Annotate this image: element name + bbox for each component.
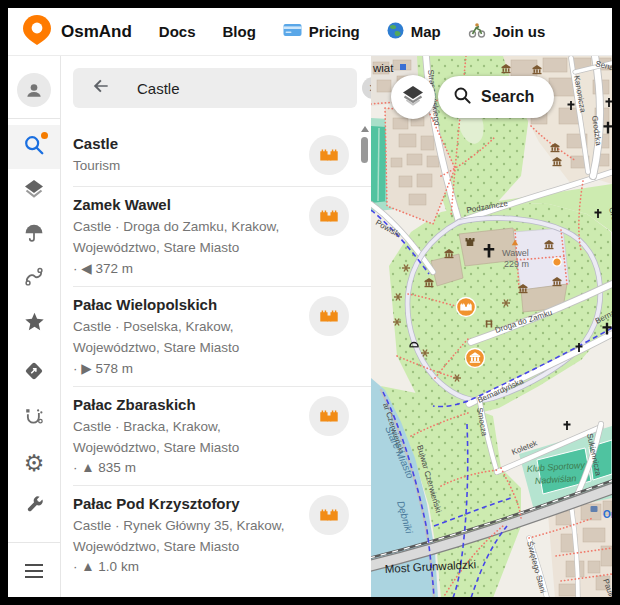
- brand-name: OsmAnd: [61, 22, 132, 42]
- menu-icon: [25, 564, 43, 578]
- cyclist-icon: [468, 22, 486, 41]
- museum-marker-icon: [466, 349, 485, 368]
- result-subtitle: Castle · Droga do Zamku, Krakow,: [73, 216, 301, 237]
- search-bar[interactable]: ×: [73, 68, 357, 108]
- nav-pricing[interactable]: Pricing: [283, 23, 360, 40]
- result-subtitle: Castle · Bracka, Krakow,: [73, 416, 301, 437]
- scroll-up-icon[interactable]: [361, 126, 369, 132]
- sidebar-item-weather[interactable]: [8, 213, 60, 257]
- map-search-button[interactable]: Search: [438, 76, 554, 118]
- sidebar-divider: [8, 118, 60, 119]
- credit-card-icon: [283, 23, 302, 40]
- tram-stop-icon: [591, 506, 598, 512]
- result-title: Pałac Pod Krzysztofory: [73, 495, 301, 512]
- castle-poi-icon: [309, 135, 349, 175]
- search-result-item[interactable]: Castle Tourism: [61, 126, 371, 186]
- star-icon: [23, 310, 46, 337]
- poi-dot-icon: [553, 258, 561, 266]
- sidebar-item-navigation[interactable]: [8, 351, 60, 395]
- blue-square-icon: [400, 64, 406, 70]
- app-window: OsmAnd Docs Blog Pricing Map Join us: [8, 8, 612, 597]
- search-icon: [453, 86, 472, 109]
- clear-search-button[interactable]: ×: [362, 77, 371, 99]
- search-result-item[interactable]: Pałac Pod Krzysztofory Castle · Rynek Gł…: [61, 486, 371, 584]
- back-arrow-icon[interactable]: [91, 76, 111, 100]
- result-title: Castle: [73, 135, 301, 152]
- search-input[interactable]: [135, 79, 338, 98]
- result-title: Zamek Wawel: [73, 196, 301, 213]
- result-subtitle: Castle · Poselska, Krakow,: [73, 316, 301, 337]
- map-search-label: Search: [481, 88, 534, 106]
- left-sidebar: ⚙: [8, 56, 61, 597]
- result-title: Pałac Zbaraskich: [73, 396, 301, 413]
- sidebar-item-utilities[interactable]: [8, 485, 60, 529]
- nav-map[interactable]: Map: [387, 22, 441, 42]
- top-navbar: OsmAnd Docs Blog Pricing Map Join us: [8, 8, 612, 56]
- sidebar-item-favorites[interactable]: [8, 301, 60, 345]
- castle-poi-icon: [309, 396, 349, 436]
- account-icon: [17, 73, 51, 107]
- map-label: Or: [603, 509, 612, 520]
- result-subtitle: Tourism: [73, 155, 301, 176]
- map-layers-button[interactable]: [391, 75, 435, 119]
- sidebar-item-plan-route[interactable]: [8, 397, 60, 441]
- umbrella-icon: [23, 222, 45, 248]
- map-label: Wawel: [502, 248, 529, 258]
- scrollbar-thumb[interactable]: [361, 137, 368, 163]
- castle-poi-icon: [309, 495, 349, 535]
- result-distance: · ▲ 1.0 km: [73, 559, 301, 574]
- layers-icon: [400, 82, 426, 112]
- map-label: wiat: [372, 62, 394, 74]
- route-icon: [23, 266, 45, 292]
- gear-icon: ⚙: [24, 452, 45, 475]
- search-panel: × Castle Tourism: [61, 56, 371, 597]
- result-title: Pałac Wielopolskich: [73, 296, 301, 313]
- search-result-item[interactable]: Pałac Zbaraskich Castle · Bracka, Krakow…: [61, 387, 371, 485]
- nav-docs[interactable]: Docs: [159, 23, 196, 40]
- sidebar-item-layers[interactable]: [8, 169, 60, 213]
- sidebar-item-search[interactable]: [8, 125, 60, 169]
- result-distance: · ▲ 835 m: [73, 460, 301, 475]
- globe-icon: [387, 22, 404, 42]
- sidebar-item-menu[interactable]: [8, 549, 60, 593]
- sidebar-item-tracks[interactable]: [8, 257, 60, 301]
- result-subtitle: Castle · Rynek Główny 35, Krakow,: [73, 515, 301, 536]
- nav-blog[interactable]: Blog: [223, 23, 256, 40]
- brand[interactable]: OsmAnd: [22, 14, 132, 50]
- panel-scrollbar[interactable]: [360, 126, 369, 163]
- map-view[interactable]: wiatStraszewskiegoSenaKanoniczaGrodzkaGr…: [371, 56, 612, 597]
- nav-join-us[interactable]: Join us: [468, 22, 546, 41]
- result-distance: · ▶ 578 m: [73, 360, 301, 376]
- plan-route-icon: [23, 406, 45, 432]
- result-distance: · ◀ 372 m: [73, 260, 301, 276]
- wrench-icon: [24, 495, 45, 520]
- sidebar-divider: [8, 542, 60, 543]
- search-result-item[interactable]: Zamek Wawel Castle · Droga do Zamku, Kra…: [61, 187, 371, 286]
- sidebar-item-account[interactable]: [8, 68, 60, 112]
- map-canvas[interactable]: wiatStraszewskiegoSenaKanoniczaGrodzkaGr…: [371, 56, 612, 597]
- layers-icon: [22, 177, 46, 205]
- castle-marker-icon: [457, 298, 476, 317]
- castle-poi-icon: [309, 196, 349, 236]
- sidebar-item-settings[interactable]: ⚙: [8, 441, 60, 485]
- notification-dot: [41, 132, 48, 139]
- directions-icon: [23, 360, 45, 386]
- castle-poi-icon: [309, 296, 349, 336]
- tower-icon: [466, 238, 475, 246]
- osmand-logo-icon: [22, 14, 52, 50]
- search-results: Castle Tourism Zamek Wawel Castle · Drog…: [61, 126, 371, 584]
- search-result-item[interactable]: Pałac Wielopolskich Castle · Poselska, K…: [61, 287, 371, 386]
- map-label: 229 m: [504, 259, 529, 269]
